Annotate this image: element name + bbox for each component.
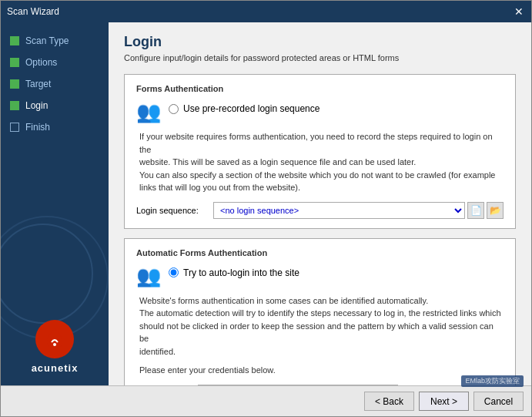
svg-point-0 bbox=[53, 343, 56, 346]
watermark: EMlab攻防实验室 bbox=[461, 375, 524, 387]
window-title: Scan Wizard bbox=[7, 6, 59, 17]
forms-auth-people-icon: 👥 bbox=[136, 99, 161, 124]
sidebar-step-label-scan-type: Scan Type bbox=[25, 35, 69, 46]
page-subtitle: Configure input/login details for passwo… bbox=[124, 53, 516, 62]
next-button[interactable]: Next > bbox=[419, 392, 469, 411]
acunetix-logo-icon bbox=[35, 320, 74, 358]
step-icon-login bbox=[10, 101, 19, 110]
login-seq-row: Login sequence: <no login sequence> 📄 📂 bbox=[136, 202, 504, 219]
forms-auth-description: If your website requires forms authentic… bbox=[139, 130, 504, 194]
auto-login-radio[interactable] bbox=[169, 267, 179, 277]
auto-auth-title: Automatic Forms Authentication bbox=[136, 248, 504, 257]
step-icon-options bbox=[10, 58, 19, 67]
sidebar-item-scan-type[interactable]: Scan Type bbox=[1, 30, 109, 52]
main-area: Scan Type Options Target Login Finish bbox=[1, 22, 531, 385]
scan-wizard-window: Scan Wizard ✕ Scan Type Options Target bbox=[0, 0, 532, 417]
forms-auth-header-row: 👥 Use pre-recorded login sequence bbox=[136, 99, 504, 124]
sidebar-item-target[interactable]: Target bbox=[1, 73, 109, 95]
sidebar-steps: Scan Type Options Target Login Finish bbox=[1, 22, 109, 312]
open-file-icon: 📂 bbox=[490, 205, 501, 216]
sidebar-item-login[interactable]: Login bbox=[1, 95, 109, 116]
acunetix-svg bbox=[41, 325, 69, 353]
auto-auth-description: Website's forms authentication in some c… bbox=[139, 294, 504, 358]
login-seq-label: Login sequence: bbox=[136, 206, 213, 215]
acunetix-text: acunetix bbox=[32, 362, 79, 374]
sidebar-step-label-login: Login bbox=[25, 100, 48, 111]
pre-recorded-radio[interactable] bbox=[169, 104, 179, 114]
login-seq-select[interactable]: <no login sequence> bbox=[213, 202, 465, 219]
back-button[interactable]: < Back bbox=[364, 392, 414, 411]
footer: < Back Next > Cancel EMlab攻防实验室 bbox=[1, 385, 531, 416]
step-icon-scan-type bbox=[10, 36, 19, 45]
sidebar-item-finish[interactable]: Finish bbox=[1, 116, 109, 138]
close-button[interactable]: ✕ bbox=[513, 5, 525, 18]
pre-recorded-label[interactable]: Use pre-recorded login sequence bbox=[183, 103, 320, 114]
forms-auth-box: Forms Authentication 👥 Use pre-recorded … bbox=[124, 74, 516, 229]
auto-auth-header-row: 👥 Try to auto-login into the site bbox=[136, 264, 504, 288]
new-file-button[interactable]: 📄 bbox=[467, 202, 484, 219]
open-file-button[interactable]: 📂 bbox=[487, 202, 504, 219]
auto-auth-radio-row: Try to auto-login into the site bbox=[169, 267, 299, 278]
sidebar-step-label-finish: Finish bbox=[25, 122, 50, 133]
step-icon-finish bbox=[10, 123, 19, 132]
sidebar-logo: acunetix bbox=[1, 312, 109, 385]
title-bar: Scan Wizard ✕ bbox=[1, 1, 531, 22]
auto-login-label[interactable]: Try to auto-login into the site bbox=[183, 267, 299, 278]
sidebar: Scan Type Options Target Login Finish bbox=[1, 22, 109, 385]
credentials-prompt: Please enter your credentials below. bbox=[139, 364, 504, 377]
sidebar-step-label-target: Target bbox=[25, 79, 51, 89]
cancel-button[interactable]: Cancel bbox=[473, 392, 524, 411]
sidebar-step-label-options: Options bbox=[25, 57, 57, 68]
sidebar-item-options[interactable]: Options bbox=[1, 52, 109, 73]
step-icon-target bbox=[10, 79, 19, 89]
page-title: Login bbox=[124, 34, 516, 50]
forms-auth-title: Forms Authentication bbox=[136, 84, 504, 93]
content-panel: Login Configure input/login details for … bbox=[109, 22, 531, 385]
auto-auth-people-icon: 👥 bbox=[136, 264, 161, 288]
forms-auth-radio-row: Use pre-recorded login sequence bbox=[169, 103, 320, 114]
auto-auth-box: Automatic Forms Authentication 👥 Try to … bbox=[124, 238, 516, 386]
new-file-icon: 📄 bbox=[470, 205, 482, 216]
